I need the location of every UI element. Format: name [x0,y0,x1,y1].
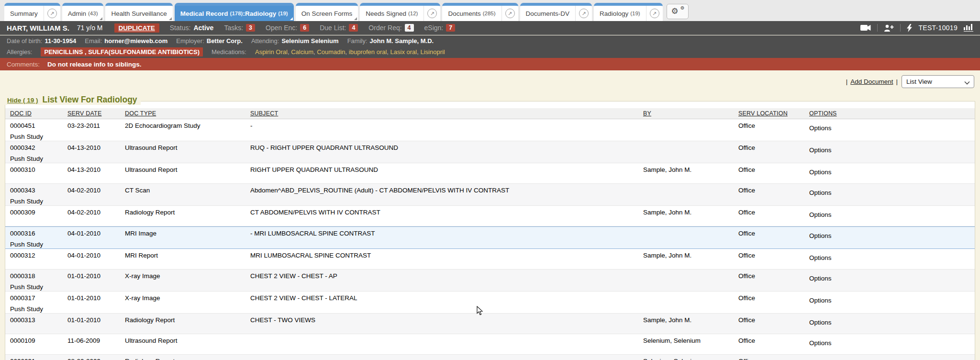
options-link[interactable]: Options [809,211,832,219]
hide-link[interactable]: Hide ( 19 ) [7,97,38,104]
table-row[interactable]: 0000342Push Study 04-13-2010 Ultrasound … [5,141,975,163]
tab[interactable]: Health Surveillance [105,3,172,21]
table-row[interactable]: 0000451Push Study 03-23-2011 2D Echocard… [5,119,975,141]
open-in-new-tab-button[interactable]: ↗ [501,6,518,21]
table-row[interactable]: 0000309 04-02-2010 Radiology Report CT A… [5,206,975,226]
medication-link[interactable]: Aspirin Oral [255,48,288,56]
options-link[interactable]: Options [809,168,832,176]
video-camera-icon[interactable] [860,24,871,31]
doc-id-link[interactable]: 0000316 [10,229,67,237]
options-link[interactable]: Options [809,318,832,326]
tab[interactable]: On Screen Forms [296,3,358,21]
tab[interactable]: Summary ↗ [4,3,60,21]
doc-type-cell: Ultrasound Report [125,163,250,183]
tab[interactable]: Documents-DV ↗ [520,3,592,21]
column-header-subject[interactable]: SUBJECT [250,110,643,117]
push-study-link[interactable]: Push Study [10,240,67,248]
doc-id-link[interactable]: 0000342 [10,144,67,152]
options-link[interactable]: Options [809,189,832,197]
open-in-new-tab-button[interactable]: ↗ [575,6,592,21]
options-link[interactable]: Options [809,274,832,282]
column-header-serv-location[interactable]: SERV LOCATION [738,110,809,117]
options-link[interactable]: Options [809,124,832,132]
table-row[interactable]: 0000091 08-20-2009 Radiology Report Sele… [5,355,975,360]
options-link[interactable]: Options [809,339,832,347]
document-toolbar: | Add Document | List View [846,75,974,88]
push-study-link[interactable]: Push Study [10,197,67,205]
table-row[interactable]: 0000312 04-01-2010 MRI Report MRI LUMBOS… [5,249,975,270]
table-header-row: DOC ID SERV DATE DOC TYPE SUBJECT BY SER… [5,108,975,119]
doc-id-link[interactable]: 0000318 [10,272,67,280]
serv-date-cell: 04-02-2010 [67,184,125,205]
column-header-serv-date[interactable]: SERV DATE [67,110,125,117]
doc-type-cell: MRI Image [125,227,250,248]
column-header-options[interactable]: OPTIONS [809,110,975,117]
add-document-link[interactable]: Add Document [850,78,893,85]
bar-chart-icon[interactable] [964,24,973,32]
push-study-link[interactable]: Push Study [10,133,67,141]
open-in-new-tab-button[interactable]: ↗ [423,6,440,21]
medication-link[interactable]: Lisinopril [420,48,445,56]
doc-id-link[interactable]: 0000091 [10,357,67,360]
attending-value: Selenium Selenium [281,37,338,45]
gear-small-icon: ⚙ [680,5,685,11]
doc-id-link[interactable]: 0000109 [10,337,67,345]
doc-id-link[interactable]: 0000313 [10,316,67,324]
employer-value: Better Corp. [207,37,243,45]
station-id: TEST-10019 [918,24,958,32]
table-row[interactable]: 0000343Push Study 04-02-2010 CT Scan Abd… [5,184,975,206]
column-header-by[interactable]: BY [643,110,738,117]
table-row[interactable]: 0000316Push Study 04-01-2010 MRI Image -… [5,226,975,249]
push-study-link[interactable]: Push Study [10,283,67,291]
doc-id-link[interactable]: 0000309 [10,208,67,216]
subject-cell: CHEST - TWO VIEWS [250,314,643,334]
push-study-link[interactable]: Push Study [10,305,67,313]
table-row[interactable]: 0000317Push Study 01-01-2010 X-ray Image… [5,292,975,314]
open-in-new-tab-button[interactable]: ↗ [44,6,60,21]
options-link[interactable]: Options [809,232,832,240]
doc-id-link[interactable]: 0000343 [10,186,67,194]
doc-id-link[interactable]: 0000451 [10,122,67,130]
column-header-doc-type[interactable]: DOC TYPE [125,110,250,117]
medication-link[interactable]: Calcium [291,48,313,56]
push-study-link[interactable]: Push Study [10,155,67,163]
view-select[interactable]: List View [902,75,974,88]
column-header-doc-id[interactable]: DOC ID [10,110,67,117]
tab-count: (19) [630,11,640,16]
doc-id-link[interactable]: 0000310 [10,166,67,174]
due-list-badge[interactable]: 4 [349,24,358,32]
tab[interactable]: Needs Signed (12) ↗ [360,3,440,21]
tab[interactable]: Documents (285) ↗ [442,3,518,21]
options-link[interactable]: Options [809,146,832,154]
allergy-badge[interactable]: PENICILLINS , SULFA(SULFONAMIDE ANTIBIOT… [41,47,203,56]
open-enc-badge[interactable]: 6 [300,24,309,32]
order-req-badge[interactable]: 4 [405,24,414,32]
medication-link[interactable]: Lasix oral [390,48,417,56]
table-row[interactable]: 0000310 04-13-2010 Ultrasound Report RIG… [5,163,975,184]
tab[interactable]: Medical Record (178) :Radiology (19) [175,3,294,21]
duplicate-badge[interactable]: DUPLICATE [114,23,159,33]
add-user-icon[interactable] [884,24,894,32]
settings-gear-button[interactable]: ⚙ ⚙ [667,4,689,19]
open-in-new-tab-button[interactable]: ↗ [646,6,663,21]
doc-id-link[interactable]: 0000312 [10,251,67,259]
tab[interactable]: Radiology (19) ↗ [594,3,663,21]
serv-location-cell: Office [738,206,809,226]
options-link[interactable]: Options [809,296,832,304]
doc-id-link[interactable]: 0000317 [10,294,67,302]
esign-badge[interactable]: 7 [446,24,455,32]
table-row[interactable]: 0000109 11-06-2009 Ultrasound Report Sel… [5,334,975,355]
tab[interactable]: Admin (43) [62,3,104,21]
medication-link[interactable]: ibuprofen oral [349,48,387,56]
lightning-bolt-icon[interactable] [907,24,912,32]
subject-cell [250,334,643,354]
table-row[interactable]: 0000318Push Study 01-01-2010 X-ray Image… [5,270,975,292]
tasks-badge[interactable]: 3 [246,24,255,32]
options-link[interactable]: Options [809,254,832,262]
doc-type-cell: CT Scan [125,184,250,205]
patient-header-bar: HART, WILLIAM S. 71 y/o M DUPLICATE Stat… [0,21,980,35]
medication-link[interactable]: Coumadin [317,48,345,56]
dropdown-fold-icon [169,17,172,20]
subject-cell: RIGHT UPPER QUADRANT ULTRASOUND [250,163,643,183]
table-row[interactable]: 0000313 01-01-2010 Radiology Report CHES… [5,314,975,334]
